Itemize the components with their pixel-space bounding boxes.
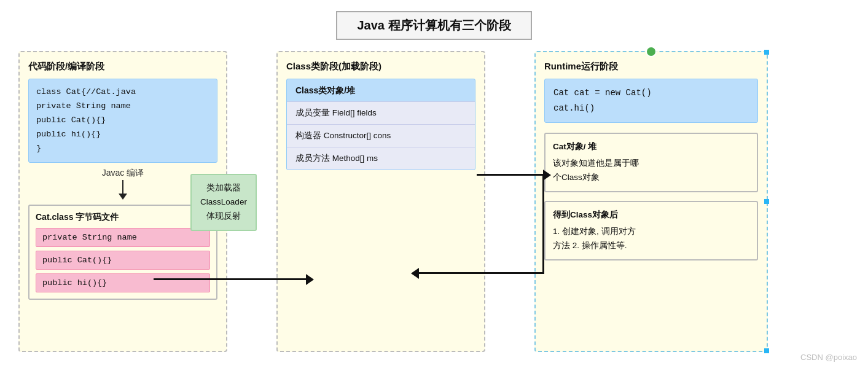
class-file-item-2: public hi(){} <box>36 273 210 292</box>
compile-arrow <box>28 180 217 200</box>
arrow-head <box>119 194 127 200</box>
phase2-box: Class类阶段(加载阶段) Class类对象/堆 成员变量 Field[] f… <box>276 51 485 352</box>
arrow-p3-p2-back <box>418 272 544 274</box>
loader-text: 类加载器 ClassLoader 体现反射 <box>200 183 247 221</box>
class-file-box: Cat.class 字节码文件 private String name publ… <box>28 205 217 300</box>
page-title: Java 程序计算机有三个阶段 <box>336 11 531 40</box>
class-object-box: Class类对象/堆 成员变量 Field[] fields 构造器 Const… <box>286 79 475 170</box>
svg-point-0 <box>649 49 654 54</box>
runtime-code-text: Cat cat = new Cat() cat.hi() <box>553 88 652 113</box>
phase2-title: Class类阶段(加载阶段) <box>286 61 475 72</box>
class-obj-title: 得到Class对象后 <box>553 208 749 222</box>
selection-dot-mr <box>764 199 769 204</box>
green-dot-icon <box>648 49 654 55</box>
loader-box: 类加载器 ClassLoader 体现反射 <box>190 174 257 231</box>
runtime-class-box: 得到Class对象后 1. 创建对象, 调用对方 方法 2. 操作属性等. <box>544 201 758 260</box>
phase3-box: Runtime运行阶段 Cat cat = new Cat() cat.hi()… <box>534 51 768 352</box>
class-obj-item-1: 构造器 Constructor[] cons <box>287 124 475 147</box>
arrow-p1-p2-head <box>306 274 314 285</box>
class-object-title: Class类对象/堆 <box>287 79 475 101</box>
arrow-back-head <box>411 268 419 279</box>
selection-dot-br <box>764 348 769 353</box>
arrow-spacer <box>477 174 544 176</box>
class-file-item-1: public Cat(){} <box>36 251 210 270</box>
phases-row: 代码阶段/编译阶段 class Cat{//Cat.java private S… <box>0 51 868 368</box>
class-file-item-0: private String name <box>36 228 210 247</box>
cat-obj-body: 该对象知道他是属于哪 个Class对象 <box>553 157 749 185</box>
arrow-line <box>122 180 123 194</box>
arrow-p1-p2 <box>154 278 307 280</box>
class-file-title: Cat.class 字节码文件 <box>36 212 210 223</box>
green-dot <box>646 46 657 57</box>
arrow-back-vert <box>542 174 544 274</box>
watermark: CSDN @poixao <box>800 353 857 362</box>
runtime-code-box: Cat cat = new Cat() cat.hi() <box>544 79 758 123</box>
code-block: class Cat{//Cat.java private String name… <box>28 79 217 163</box>
class-obj-item-2: 成员方法 Method[] ms <box>287 147 475 170</box>
main-container: Java 程序计算机有三个阶段 代码阶段/编译阶段 class Cat{//Ca… <box>0 0 868 368</box>
cat-obj-title: Cat对象/ 堆 <box>553 140 749 154</box>
compile-label: Javac 编译 <box>28 168 217 179</box>
class-obj-item-0: 成员变量 Field[] fields <box>287 101 475 124</box>
phase3-title: Runtime运行阶段 <box>544 61 758 72</box>
phase1-title: 代码阶段/编译阶段 <box>28 61 217 72</box>
runtime-cat-box: Cat对象/ 堆 该对象知道他是属于哪 个Class对象 <box>544 133 758 192</box>
selection-dot-tr <box>764 50 769 55</box>
class-obj-body: 1. 创建对象, 调用对方 方法 2. 操作属性等. <box>553 225 749 253</box>
